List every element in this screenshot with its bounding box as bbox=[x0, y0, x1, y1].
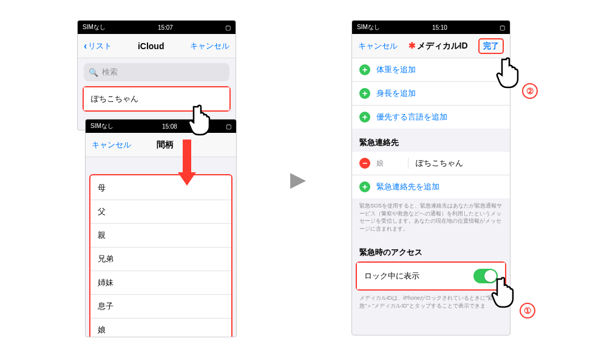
add-label: 身長を追加 bbox=[376, 88, 416, 99]
option-label: 息子 bbox=[98, 301, 114, 312]
lock-label: ロック中に表示 bbox=[364, 271, 419, 281]
status-time: 15:10 bbox=[432, 24, 447, 31]
search-icon: 🔍 bbox=[89, 68, 98, 77]
relationship-option[interactable]: 親 bbox=[90, 224, 231, 248]
option-label: 娘 bbox=[98, 325, 106, 335]
relationship-list-highlighted: 母 父 親 兄弟 姉妹 息子 娘 bbox=[89, 174, 232, 337]
status-bar: SIMなし 15:07 ▢ bbox=[78, 21, 236, 34]
emergency-contacts-group: − 娘 ぽちこちゃん + 緊急連絡先を追加 bbox=[352, 152, 510, 198]
callout-badge-1: ① bbox=[520, 303, 535, 318]
cancel-button[interactable]: キャンセル bbox=[92, 140, 131, 150]
option-label: 母 bbox=[98, 183, 106, 194]
search-placeholder: 検索 bbox=[102, 67, 118, 78]
contact-relation: 娘 bbox=[376, 158, 408, 169]
pointer-hand-icon bbox=[495, 56, 524, 90]
option-label: 姉妹 bbox=[98, 277, 114, 288]
cancel-button[interactable]: キャンセル bbox=[358, 41, 398, 52]
battery-icon: ▢ bbox=[500, 24, 505, 31]
contact-name: ぽちこちゃん bbox=[91, 93, 138, 104]
status-time: 15:07 bbox=[158, 24, 173, 31]
option-label: 親 bbox=[98, 230, 106, 241]
status-time: 15:08 bbox=[162, 123, 177, 130]
cancel-button[interactable]: キャンセル bbox=[190, 41, 229, 52]
nav-title: 間柄 bbox=[157, 140, 174, 150]
title-text: メディカルID bbox=[417, 41, 468, 50]
status-carrier: SIMなし bbox=[83, 23, 106, 32]
medical-star-icon: ✱ bbox=[409, 41, 416, 50]
add-emergency-contact-row[interactable]: + 緊急連絡先を追加 bbox=[352, 175, 510, 198]
option-label: 父 bbox=[98, 206, 106, 217]
minus-icon[interactable]: − bbox=[359, 158, 370, 169]
step-arrow-icon: ▶ bbox=[290, 167, 306, 191]
emergency-access-footer: メディカルIDは、iPhoneがロックされているときに"緊急"＞"メディカルID… bbox=[352, 291, 510, 315]
add-label: 体重を追加 bbox=[376, 64, 416, 75]
relationship-option[interactable]: 母 bbox=[90, 177, 231, 200]
plus-icon: + bbox=[359, 64, 370, 75]
relationship-option[interactable]: 娘 bbox=[90, 318, 231, 337]
search-input[interactable]: 🔍 検索 bbox=[84, 63, 229, 81]
plus-icon: + bbox=[359, 88, 370, 99]
lock-screen-row-highlighted: ロック中に表示 bbox=[356, 261, 506, 291]
emergency-contacts-footer: 緊急SOSを使用すると、緊急連絡先はあなたが緊急通報サービス（警察や救急などへの… bbox=[352, 198, 510, 238]
red-down-arrow-icon bbox=[178, 140, 196, 187]
nav-bar: キャンセル ✱メディカルID 完了 bbox=[352, 34, 510, 58]
status-right: ▢ bbox=[500, 24, 505, 31]
nav-title: ✱メディカルID bbox=[409, 41, 468, 52]
emergency-access-header: 緊急時のアクセス bbox=[352, 238, 510, 261]
chevron-left-icon: ‹ bbox=[84, 41, 87, 52]
phone-screen-medical-id: SIMなし 15:10 ▢ キャンセル ✱メディカルID 完了 + 体重を追加 … bbox=[351, 20, 510, 335]
battery-icon: ▢ bbox=[225, 24, 231, 31]
phone-screen-relationship: SIMなし 15:08 ▢ キャンセル 間柄 母 父 親 兄弟 姉妹 息子 娘 bbox=[85, 119, 237, 337]
add-height-row[interactable]: + 身長を追加 bbox=[352, 82, 510, 106]
status-carrier: SIMなし bbox=[357, 23, 380, 32]
emergency-contact-row[interactable]: − 娘 ぽちこちゃん bbox=[352, 152, 510, 175]
show-when-locked-row[interactable]: ロック中に表示 bbox=[357, 263, 505, 289]
status-right: ▢ bbox=[225, 24, 231, 31]
add-language-row[interactable]: + 優先する言語を追加 bbox=[352, 106, 510, 129]
nav-title: iCloud bbox=[138, 41, 164, 51]
plus-icon: + bbox=[359, 181, 370, 192]
plus-icon: + bbox=[359, 112, 370, 123]
add-weight-row[interactable]: + 体重を追加 bbox=[352, 58, 510, 82]
add-fields-group: + 体重を追加 + 身長を追加 + 優先する言語を追加 bbox=[352, 58, 510, 129]
done-button[interactable]: 完了 bbox=[478, 38, 504, 54]
contact-name: ぽちこちゃん bbox=[408, 158, 463, 169]
status-bar: SIMなし 15:10 ▢ bbox=[352, 21, 510, 34]
gap bbox=[86, 157, 236, 174]
battery-icon: ▢ bbox=[226, 123, 231, 130]
add-label: 優先する言語を追加 bbox=[376, 112, 447, 123]
status-right: ▢ bbox=[226, 123, 231, 130]
pointer-hand-icon bbox=[490, 275, 520, 309]
pointer-hand-icon bbox=[187, 103, 216, 137]
relationship-option[interactable]: 兄弟 bbox=[90, 248, 231, 271]
callout-badge-2: ② bbox=[522, 83, 538, 99]
back-button[interactable]: ‹ リスト bbox=[84, 41, 112, 52]
status-carrier: SIMなし bbox=[90, 122, 114, 130]
relationship-option[interactable]: 姉妹 bbox=[90, 271, 231, 295]
relationship-option[interactable]: 息子 bbox=[90, 295, 231, 318]
nav-bar: ‹ リスト iCloud キャンセル bbox=[78, 34, 236, 58]
back-label: リスト bbox=[88, 41, 112, 52]
emergency-contacts-header: 緊急連絡先 bbox=[352, 129, 510, 152]
add-label: 緊急連絡先を追加 bbox=[376, 181, 439, 192]
option-label: 兄弟 bbox=[98, 254, 114, 265]
relationship-option[interactable]: 父 bbox=[90, 200, 231, 224]
